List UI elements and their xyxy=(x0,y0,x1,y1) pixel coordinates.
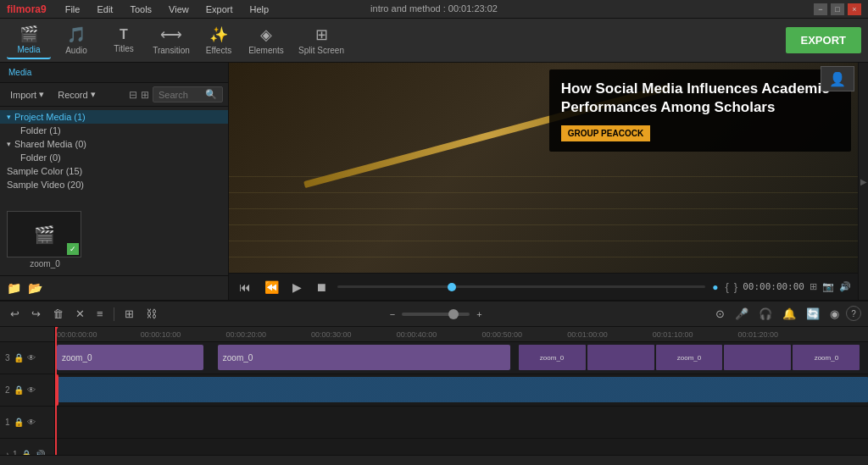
lock-icon[interactable]: 🔒 xyxy=(14,353,24,363)
track-row-audio1[interactable] xyxy=(55,439,868,455)
link-button[interactable]: ⛓ xyxy=(142,306,160,322)
menu-edit[interactable]: Edit xyxy=(93,3,116,16)
filter-icon[interactable]: ⊟ xyxy=(129,89,137,101)
ruler-mark-5: 00:00:50:00 xyxy=(481,330,522,339)
delete-button[interactable]: 🗑 xyxy=(49,306,67,322)
eye-icon[interactable]: 👁 xyxy=(27,353,36,363)
clip-small-4[interactable] xyxy=(724,345,791,370)
cut-button[interactable]: ✕ xyxy=(72,306,88,322)
stop-button[interactable]: ⏹ xyxy=(312,279,331,296)
lock-icon[interactable]: 🔒 xyxy=(21,450,31,455)
tree-item-label: Sample Color (15) xyxy=(7,166,82,176)
track-row-3[interactable]: zoom_0 zoom_0 zoom_0 zoom_0 zoom_0 xyxy=(55,342,868,374)
tree-item-shared-media[interactable]: ▾ Shared Media (0) xyxy=(0,137,228,151)
timeline-ruler: 00:00:00:00 00:00:10:00 00:00:20:00 00:0… xyxy=(55,327,868,342)
tree-item-sample-video[interactable]: Sample Video (20) xyxy=(0,178,228,191)
timecode-display: 00:00:00:00 xyxy=(743,281,804,292)
film-icon: 🎬 xyxy=(34,224,55,245)
clip-small-2[interactable] xyxy=(587,345,654,370)
tree-item-folder0[interactable]: Folder (0) xyxy=(14,151,228,164)
tree-item-project-media[interactable]: ▾ Project Media (1) xyxy=(0,110,228,124)
ruler-mark-3: 00:00:30:00 xyxy=(311,330,352,339)
track-label-1: 1 🔒 👁 xyxy=(0,407,54,439)
audio-icon: 🎵 xyxy=(67,25,86,44)
menu-export[interactable]: Export xyxy=(203,3,236,16)
rewind-button[interactable]: ⏪ xyxy=(261,279,282,296)
tree-item-folder1[interactable]: Folder (1) xyxy=(14,124,228,137)
track-row-2[interactable] xyxy=(55,374,868,407)
tree-item-label: Sample Video (20) xyxy=(7,180,84,190)
panel-tab-media[interactable]: Media xyxy=(5,66,35,79)
clip-small-5[interactable]: zoom_0 xyxy=(793,345,860,370)
toolbar: 🎬 Media 🎵 Audio T Titles ⟷ Transition ✨ … xyxy=(0,19,868,63)
import-button[interactable]: Import ▾ xyxy=(5,87,49,102)
record-chevron-icon: ▾ xyxy=(91,89,96,100)
window-title: intro and method : 00:01:23:02 xyxy=(370,3,498,14)
tool-transition[interactable]: ⟷ Transition xyxy=(149,22,193,59)
zoom-out-button[interactable]: − xyxy=(387,307,398,321)
preview-brand: GROUP PEACOCK xyxy=(561,125,650,141)
close-button[interactable]: × xyxy=(848,3,861,15)
volume-icon[interactable]: 🔊 xyxy=(839,281,851,292)
restore-button[interactable]: □ xyxy=(831,3,844,15)
bell-btn[interactable]: 🔔 xyxy=(779,306,799,322)
tool-splitscreen[interactable]: ⊞ Split Screen xyxy=(292,22,351,59)
export-button[interactable]: EXPORT xyxy=(786,27,861,53)
tool-media[interactable]: 🎬 Media xyxy=(7,22,51,59)
skip-back-button[interactable]: ⏮ xyxy=(236,279,254,296)
left-panel: Media Import ▾ Record ▾ ⊟ ⊞ 🔍 xyxy=(0,63,229,300)
zoom-in-button[interactable]: + xyxy=(473,307,485,321)
import-chevron-icon: ▾ xyxy=(39,89,44,100)
track-row-1[interactable] xyxy=(55,407,868,439)
circle-btn[interactable]: ◉ xyxy=(826,306,843,322)
progress-bar[interactable] xyxy=(337,285,705,288)
tool-effects-label: Effects xyxy=(206,46,231,55)
toolbar-separator xyxy=(114,307,114,321)
menu-view[interactable]: View xyxy=(165,3,192,16)
headphone-btn[interactable]: 🎧 xyxy=(755,306,776,322)
redo-button[interactable]: ↪ xyxy=(28,306,44,322)
timeline-scrollbar[interactable] xyxy=(0,455,868,465)
tool-elements[interactable]: ◈ Elements xyxy=(244,22,288,59)
play-button[interactable]: ▶ xyxy=(289,279,305,296)
eye-icon[interactable]: 👁 xyxy=(27,385,36,395)
zoom-bar[interactable] xyxy=(402,313,470,316)
undo-button[interactable]: ↩ xyxy=(7,306,23,322)
add-media-icon[interactable]: 📂 xyxy=(28,281,42,295)
clip-small-1[interactable]: zoom_0 xyxy=(519,345,586,370)
search-input[interactable] xyxy=(159,90,205,100)
tree-item-sample-color[interactable]: Sample Color (15) xyxy=(0,164,228,178)
record-btn[interactable]: ⊙ xyxy=(712,306,728,322)
preview-controls: ⏮ ⏪ ▶ ⏹ ● { } 00:00:00:00 ⊞ 📷 🔊 xyxy=(229,273,858,300)
eye-icon[interactable]: 👁 xyxy=(27,418,36,427)
tool-effects[interactable]: ✨ Effects xyxy=(197,22,241,59)
minimize-button[interactable]: − xyxy=(814,3,827,15)
timeline-content: 3 🔒 👁 2 🔒 👁 1 🔒 👁 ♪ 1 🔒 🔊 xyxy=(0,327,868,455)
snapshot-icon[interactable]: 📷 xyxy=(822,281,834,292)
media-thumbnail[interactable]: 🎬 ✓ zoom_0 xyxy=(7,211,83,268)
add-folder-icon[interactable]: 📁 xyxy=(7,281,21,295)
menu-file[interactable]: File xyxy=(62,3,84,16)
crop-button[interactable]: ≡ xyxy=(93,306,107,322)
volume-icon[interactable]: 🔊 xyxy=(35,450,45,455)
help-btn[interactable]: ? xyxy=(846,306,861,321)
menu-tools[interactable]: Tools xyxy=(126,3,155,16)
record-button[interactable]: Record ▾ xyxy=(53,87,100,102)
clip-small-3[interactable]: zoom_0 xyxy=(656,345,723,370)
tool-titles[interactable]: T Titles xyxy=(102,22,146,59)
clip-zoom0-2[interactable]: zoom_0 xyxy=(218,345,510,370)
mic-btn[interactable]: 🎤 xyxy=(732,306,752,322)
collapse-panel-button[interactable]: ▶ xyxy=(858,63,868,300)
menu-help[interactable]: Help xyxy=(247,3,273,16)
grid-icon[interactable]: ⊞ xyxy=(141,89,149,101)
clip-zoom0-1[interactable]: zoom_0 xyxy=(57,345,203,370)
preview-icons: { } 00:00:00:00 ⊞ 📷 🔊 xyxy=(725,280,851,293)
zoom-handle[interactable] xyxy=(448,309,459,319)
tool-audio[interactable]: 🎵 Audio xyxy=(54,22,98,59)
lock-icon[interactable]: 🔒 xyxy=(14,385,24,395)
loop-btn[interactable]: 🔄 xyxy=(803,306,823,322)
lock-icon[interactable]: 🔒 xyxy=(14,418,24,427)
media-grid: 🎬 ✓ zoom_0 xyxy=(0,204,228,275)
layout-icon[interactable]: ⊞ xyxy=(810,281,817,292)
add-track-button[interactable]: ⊞ xyxy=(121,306,137,322)
